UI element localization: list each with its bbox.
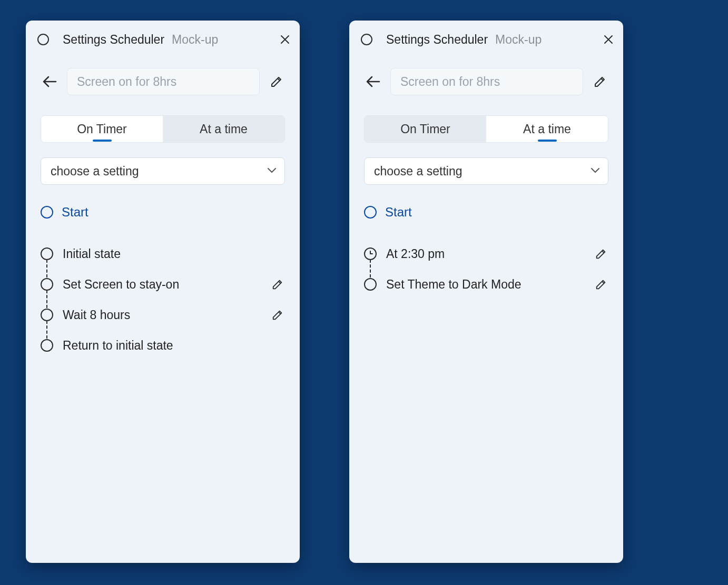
step-label: Wait 8 hours — [63, 308, 270, 322]
start-row[interactable]: Start — [364, 205, 608, 220]
back-icon[interactable] — [41, 75, 58, 88]
app-title: Settings Scheduler — [63, 33, 164, 47]
tab-on-timer-label: On Timer — [400, 122, 450, 136]
step-label: Return to initial state — [63, 339, 285, 353]
steps-list: Initial state Set Screen to stay-on Wait… — [41, 239, 285, 361]
tab-at-a-time[interactable]: At a time — [163, 116, 284, 142]
setting-select[interactable]: choose a setting — [364, 157, 608, 185]
edit-step-icon[interactable] — [594, 278, 608, 291]
circle-icon — [41, 309, 53, 321]
step-label: Initial state — [63, 247, 285, 261]
edit-icon[interactable] — [268, 75, 285, 88]
step-row: At 2:30 pm — [364, 239, 608, 269]
title-bar: Settings Scheduler Mock-up — [349, 21, 623, 58]
circle-icon — [364, 278, 377, 291]
setting-select[interactable]: choose a setting — [41, 157, 285, 185]
routine-name-input[interactable] — [67, 68, 260, 95]
step-row: Set Screen to stay-on — [41, 269, 285, 300]
tab-on-timer[interactable]: On Timer — [41, 116, 163, 142]
app-subtitle: Mock-up — [172, 33, 218, 47]
app-subtitle: Mock-up — [495, 33, 542, 47]
close-icon[interactable] — [280, 34, 290, 45]
tab-on-timer[interactable]: On Timer — [365, 116, 486, 142]
edit-step-icon[interactable] — [594, 247, 608, 260]
edit-step-icon[interactable] — [270, 309, 285, 321]
title-bar: Settings Scheduler Mock-up — [26, 21, 300, 58]
setting-select-label: choose a setting — [374, 164, 463, 179]
close-icon[interactable] — [603, 34, 614, 45]
mode-tabs: On Timer At a time — [364, 115, 608, 143]
tab-at-a-time[interactable]: At a time — [486, 116, 608, 142]
start-circle-icon — [364, 206, 377, 219]
scheduler-panel-at-a-time: Settings Scheduler Mock-up On Timer At a… — [349, 21, 623, 563]
step-row: Return to initial state — [41, 330, 285, 361]
app-icon — [361, 34, 372, 45]
circle-icon — [41, 247, 53, 260]
circle-icon — [41, 339, 53, 352]
edit-step-icon[interactable] — [270, 278, 285, 291]
scheduler-panel-on-timer: Settings Scheduler Mock-up On Timer At a… — [26, 21, 300, 563]
tab-at-a-time-label: At a time — [523, 122, 571, 136]
start-label: Start — [385, 205, 412, 220]
tab-on-timer-label: On Timer — [77, 122, 127, 136]
start-row[interactable]: Start — [41, 205, 285, 220]
back-icon[interactable] — [364, 75, 382, 88]
setting-select-label: choose a setting — [51, 164, 139, 179]
tab-at-a-time-label: At a time — [200, 122, 248, 136]
routine-name-input[interactable] — [390, 68, 583, 95]
app-title: Settings Scheduler — [386, 33, 488, 47]
step-row: Initial state — [41, 239, 285, 269]
app-icon — [37, 34, 49, 45]
step-label: At 2:30 pm — [386, 247, 594, 261]
step-label: Set Screen to stay-on — [63, 277, 270, 292]
step-row: Wait 8 hours — [41, 300, 285, 330]
circle-icon — [41, 278, 53, 291]
edit-icon[interactable] — [592, 75, 608, 88]
start-circle-icon — [41, 206, 53, 219]
steps-list: At 2:30 pm Set Theme to Dark Mode — [364, 239, 608, 300]
step-label: Set Theme to Dark Mode — [386, 277, 594, 292]
step-row: Set Theme to Dark Mode — [364, 269, 608, 300]
clock-icon — [364, 247, 377, 260]
start-label: Start — [62, 205, 88, 220]
mode-tabs: On Timer At a time — [41, 115, 285, 143]
